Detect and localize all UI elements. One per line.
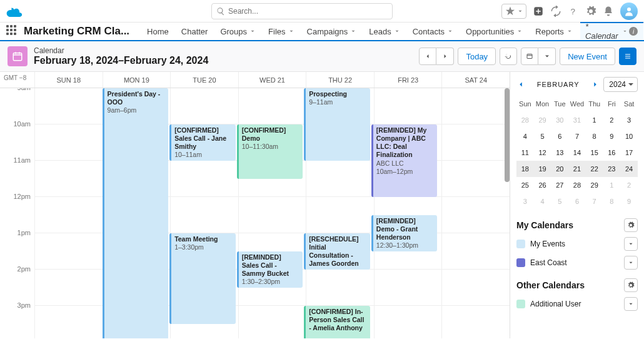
grid-cell[interactable] (441, 197, 510, 233)
prev-month-button[interactable] (516, 80, 525, 89)
year-selector[interactable]: 2024 (603, 77, 638, 92)
mini-day[interactable]: 27 (551, 177, 568, 193)
mini-day[interactable]: 14 (568, 144, 586, 161)
mini-day[interactable]: 4 (516, 128, 534, 144)
grid-cell[interactable] (306, 161, 374, 196)
mini-day[interactable]: 5 (551, 193, 568, 210)
grid-cell[interactable] (34, 197, 103, 233)
mini-day[interactable]: 17 (620, 144, 638, 161)
favorites-button[interactable] (501, 4, 526, 19)
grid-cell[interactable] (238, 88, 306, 124)
mini-day[interactable]: 28 (568, 177, 586, 193)
grid-cell[interactable] (374, 306, 442, 338)
mini-day[interactable]: 28 (516, 112, 534, 128)
calendar-event[interactable]: Prospecting9–11am (304, 88, 370, 161)
grid-cell[interactable] (34, 270, 103, 305)
info-icon[interactable]: i (629, 27, 638, 36)
scrollbar-thumb[interactable] (505, 88, 510, 182)
mini-day[interactable]: 22 (586, 161, 603, 177)
today-button[interactable]: Today (458, 48, 496, 65)
calendar-event[interactable]: Team Meeting1–3:30pm (169, 233, 236, 324)
notifications-icon[interactable] (603, 6, 614, 17)
grid-cell[interactable] (34, 124, 103, 160)
mini-day[interactable]: 5 (534, 128, 551, 144)
mini-day[interactable]: 4 (534, 193, 551, 210)
mini-day[interactable]: 9 (620, 193, 638, 210)
mini-day[interactable]: 7 (586, 193, 603, 210)
other-calendars-settings[interactable] (624, 278, 638, 292)
grid-cell[interactable] (306, 197, 374, 233)
grid-cell[interactable] (441, 124, 510, 160)
view-selector-chevron[interactable] (538, 48, 556, 65)
help-icon[interactable]: ? (568, 6, 579, 17)
mini-day[interactable]: 8 (603, 193, 621, 210)
nav-item[interactable]: Chatter (176, 23, 213, 40)
mini-day[interactable]: 30 (551, 112, 568, 128)
next-week-button[interactable] (436, 48, 454, 65)
grid-cell[interactable] (34, 88, 103, 124)
mini-day[interactable]: 9 (603, 128, 621, 144)
grid-cell[interactable] (441, 306, 510, 338)
mini-day[interactable]: 24 (620, 161, 638, 177)
salesforce-logo[interactable] (6, 5, 24, 18)
mini-day[interactable]: 2 (620, 177, 638, 193)
grid-cell[interactable] (170, 197, 238, 233)
add-icon[interactable] (533, 6, 544, 17)
mini-day[interactable]: 11 (516, 144, 534, 161)
side-panel-toggle[interactable] (619, 48, 636, 65)
mini-day[interactable]: 20 (551, 161, 568, 177)
mini-day[interactable]: 12 (534, 144, 551, 161)
mini-day[interactable]: 31 (568, 112, 586, 128)
calendar-event[interactable]: [REMINDED] My Company | ABC LLC: Deal Fi… (371, 124, 438, 197)
calendar-event[interactable]: [REMINDED] Sales Call - Sammy Bucket1:30… (237, 251, 303, 288)
mini-calendar[interactable]: SunMonTueWedThuFriSat2829303112345678910… (516, 96, 638, 210)
grid-cell[interactable] (34, 161, 103, 196)
grid-cell[interactable] (441, 161, 510, 196)
mini-day[interactable]: 2 (603, 112, 621, 128)
calendar-event[interactable]: [RESCHEDULE] Initial Consultation - Jame… (304, 233, 370, 270)
legend-menu-button[interactable] (624, 237, 638, 251)
mini-day[interactable]: 29 (534, 112, 551, 128)
mini-day[interactable]: 3 (620, 112, 638, 128)
calendar-event[interactable]: [CONFIRMED] Demo10–11:30am (237, 124, 303, 179)
nav-item[interactable]: Campaigns (302, 23, 362, 40)
grid-cell[interactable] (374, 270, 442, 305)
calendar-event[interactable]: President's Day - OOO9am–6pm (103, 88, 169, 338)
nav-item[interactable]: Contacts (408, 23, 458, 40)
mini-day[interactable]: 13 (551, 144, 568, 161)
nav-item[interactable]: Leads (364, 23, 405, 40)
mini-day[interactable]: 21 (568, 161, 586, 177)
next-month-button[interactable] (591, 80, 600, 89)
mini-day[interactable]: 6 (568, 193, 586, 210)
mini-day[interactable]: 26 (534, 177, 551, 193)
grid-cell[interactable] (170, 88, 238, 124)
mini-day[interactable]: 25 (516, 177, 534, 193)
search-input[interactable] (211, 3, 393, 19)
legend-menu-button[interactable] (624, 256, 638, 270)
calendar-event[interactable]: [CONFIRMED] Sales Call - Jane Smithy10–1… (169, 124, 236, 161)
sync-icon[interactable] (550, 6, 561, 17)
legend-menu-button[interactable] (624, 297, 638, 311)
app-launcher-icon[interactable] (6, 25, 16, 38)
mini-day[interactable]: 1 (603, 177, 621, 193)
calendar-event[interactable]: [CONFIRMED] In-Person Sales Call - Ameli… (304, 306, 370, 338)
mini-day[interactable]: 3 (516, 193, 534, 210)
calendar-event[interactable]: [REMINDED] Demo - Grant Henderson12:30–1… (371, 215, 438, 251)
grid-cell[interactable] (34, 306, 103, 338)
nav-item[interactable]: Files (263, 23, 299, 40)
nav-item[interactable]: Groups (215, 23, 261, 40)
mini-day[interactable]: 29 (586, 177, 603, 193)
grid-cell[interactable] (34, 233, 103, 269)
grid-cell[interactable] (238, 306, 306, 338)
new-event-button[interactable]: New Event (560, 48, 615, 65)
grid-cell[interactable] (306, 270, 374, 305)
grid-cell[interactable] (170, 161, 238, 196)
mini-day[interactable]: 8 (586, 128, 603, 144)
nav-item[interactable]: Opportunities (461, 23, 528, 40)
mini-day[interactable]: 16 (603, 144, 621, 161)
grid-cell[interactable] (238, 197, 306, 233)
grid-cell[interactable] (441, 88, 510, 124)
grid-cell[interactable] (374, 88, 442, 124)
mini-day[interactable]: 10 (620, 128, 638, 144)
grid-cell[interactable] (441, 233, 510, 269)
